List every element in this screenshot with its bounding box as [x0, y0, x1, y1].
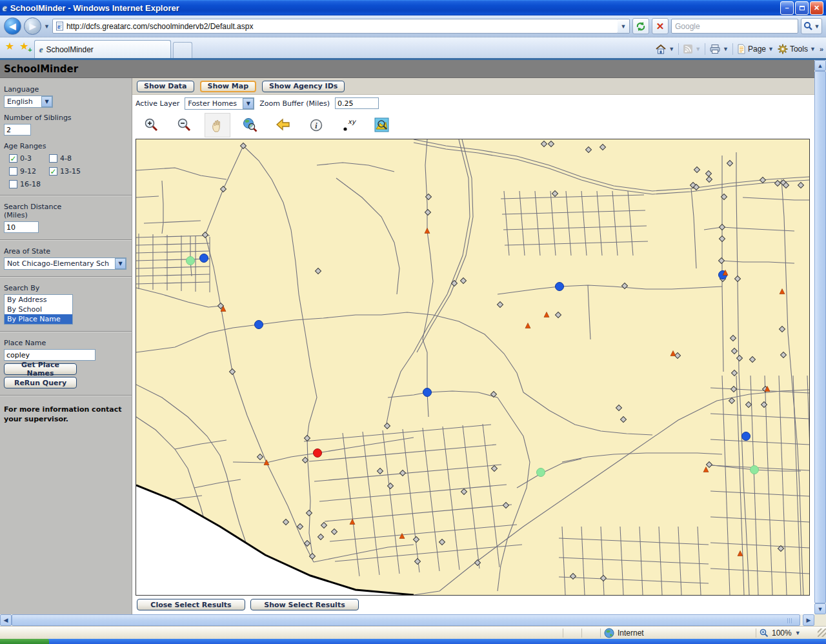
browser-window: e SchoolMinder - Windows Internet Explor…: [0, 0, 826, 644]
horizontal-scroll-thumb[interactable]: [12, 614, 800, 626]
address-dropdown[interactable]: ▼: [618, 19, 630, 34]
tab-schoolminder[interactable]: e SchoolMinder: [34, 40, 171, 58]
scroll-corner: [814, 614, 826, 626]
search-icon: [803, 21, 813, 31]
previous-extent-tool[interactable]: [270, 113, 296, 137]
rerun-query-button[interactable]: ReRun Query: [4, 377, 77, 388]
favorites-star-icon[interactable]: ★: [5, 40, 14, 52]
area-of-state-value: Not Chicago-Elementary Sch: [5, 259, 115, 268]
url-input[interactable]: [66, 22, 615, 31]
checkbox-unchecked-icon[interactable]: [9, 180, 17, 188]
xy-coordinates-tool[interactable]: xy: [336, 113, 362, 137]
chevron-down-icon: ▼: [115, 258, 126, 269]
active-layer-value: Foster Homes: [185, 99, 243, 108]
new-tab-stub[interactable]: [173, 42, 192, 58]
siblings-input[interactable]: [4, 124, 31, 136]
map-viewport[interactable]: [136, 139, 810, 596]
page-menu[interactable]: Page ▼: [737, 44, 774, 54]
age-checkbox-label: 16-18: [20, 180, 41, 188]
search-distance-input[interactable]: [4, 221, 39, 233]
area-of-state-select[interactable]: Not Chicago-Elementary Sch ▼: [4, 257, 126, 270]
tab-show-data[interactable]: Show Data: [137, 81, 194, 92]
show-select-results-button[interactable]: Show Select Results: [250, 599, 359, 610]
print-dropdown[interactable]: ▼: [723, 46, 729, 52]
map-marker-result-red: [314, 449, 322, 458]
age-checkbox-9-12[interactable]: 9-12: [9, 167, 49, 176]
get-place-names-button[interactable]: Get Place Names: [4, 363, 77, 375]
pan-tool[interactable]: [205, 113, 230, 137]
checkbox-checked-icon[interactable]: ✓: [9, 154, 17, 163]
search-input[interactable]: [675, 22, 794, 31]
back-button[interactable]: ◀: [4, 17, 21, 35]
zoom-level-cell[interactable]: 100% ▼: [760, 629, 815, 638]
refresh-button[interactable]: [632, 18, 649, 34]
place-name-label: Place Name: [4, 339, 128, 347]
tab-show-map[interactable]: Show Map: [200, 81, 257, 92]
address-bar[interactable]: e: [52, 19, 618, 34]
age-checkbox-13-15[interactable]: ✓13-15: [49, 167, 128, 176]
age-ranges-label: Age Ranges: [4, 142, 128, 150]
print-button[interactable]: ▼: [709, 44, 729, 54]
home-button[interactable]: ▼: [655, 44, 674, 54]
map-marker-result-green: [186, 257, 195, 265]
print-icon: [709, 44, 721, 54]
language-label: Language: [4, 85, 128, 94]
page-doc-icon: e: [55, 21, 64, 31]
close-select-results-button[interactable]: Close Select Results: [137, 599, 245, 610]
map-marker-result-blue: [255, 321, 263, 329]
navigation-bar: ◀ ▶ ▼ e ▼ ✕ ▼: [0, 15, 826, 37]
checkbox-unchecked-icon[interactable]: [49, 154, 57, 163]
search-by-option-by-school[interactable]: By School: [5, 305, 72, 314]
tools-dropdown[interactable]: ▼: [810, 46, 816, 52]
horizontal-scrollbar[interactable]: ◀ ▶: [0, 614, 814, 626]
chevron-down-icon: ▼: [243, 98, 254, 109]
resize-grip[interactable]: [818, 629, 826, 637]
active-layer-label: Active Layer: [136, 99, 179, 108]
minimize-button[interactable]: –: [780, 1, 794, 15]
age-checkbox-4-8[interactable]: 4-8: [49, 154, 128, 163]
language-select[interactable]: English ▼: [4, 96, 53, 108]
age-checkbox-0-3[interactable]: ✓0-3: [9, 154, 49, 163]
zoom-dropdown[interactable]: ▼: [795, 630, 801, 636]
history-dropdown[interactable]: ▼: [44, 23, 50, 30]
zoom-in-tool[interactable]: [139, 113, 165, 137]
age-checkbox-16-18[interactable]: 16-18: [9, 180, 49, 188]
full-extent-tool[interactable]: [237, 113, 263, 137]
search-by-option-by-address[interactable]: By Address: [5, 295, 72, 305]
start-button-edge[interactable]: [0, 639, 49, 644]
search-by-option-by-place-name[interactable]: By Place Name: [5, 314, 72, 324]
checkbox-checked-icon[interactable]: ✓: [49, 167, 57, 176]
select-results-bar: Close Select ResultsShow Select Results: [132, 597, 814, 612]
search-by-listbox[interactable]: By AddressBy SchoolBy Place Name: [4, 294, 73, 325]
identify-tool[interactable]: i: [303, 113, 329, 137]
map-canvas[interactable]: [136, 139, 809, 595]
zoom-out-tool[interactable]: [172, 113, 197, 137]
select-features-tool[interactable]: [369, 113, 395, 137]
window-title: SchoolMinder - Windows Internet Explorer: [10, 3, 780, 13]
scroll-down-arrow[interactable]: ▼: [814, 603, 826, 614]
vertical-scrollbar[interactable]: ▲ ▼: [814, 60, 826, 614]
tab-show-agency-ids[interactable]: Show Agency IDs: [262, 81, 345, 92]
home-dropdown[interactable]: ▼: [669, 46, 674, 52]
restore-button[interactable]: [795, 1, 809, 15]
scroll-right-arrow[interactable]: ▶: [803, 614, 814, 626]
page-dropdown[interactable]: ▼: [768, 46, 774, 52]
vertical-scroll-thumb[interactable]: [814, 71, 826, 603]
zoom-in-icon: [143, 117, 160, 134]
scroll-left-arrow[interactable]: ◀: [0, 614, 12, 626]
active-layer-select[interactable]: Foster Homes ▼: [185, 97, 254, 110]
scroll-up-arrow[interactable]: ▲: [814, 60, 826, 71]
close-button[interactable]: ✕: [810, 1, 823, 15]
forward-button[interactable]: ▶: [24, 17, 41, 35]
zoom-buffer-input[interactable]: [335, 97, 379, 109]
search-box[interactable]: [671, 19, 798, 34]
feeds-button[interactable]: ▼: [683, 44, 701, 54]
place-name-input[interactable]: [4, 349, 96, 361]
search-go-button[interactable]: ▼: [801, 18, 822, 34]
add-favorite-icon[interactable]: ★: [19, 40, 28, 52]
overflow-chevron[interactable]: »: [820, 45, 822, 53]
search-options-dropdown[interactable]: ▼: [814, 23, 820, 30]
tools-menu[interactable]: Tools ▼: [778, 44, 816, 54]
checkbox-unchecked-icon[interactable]: [9, 167, 17, 176]
stop-button[interactable]: ✕: [652, 18, 669, 34]
